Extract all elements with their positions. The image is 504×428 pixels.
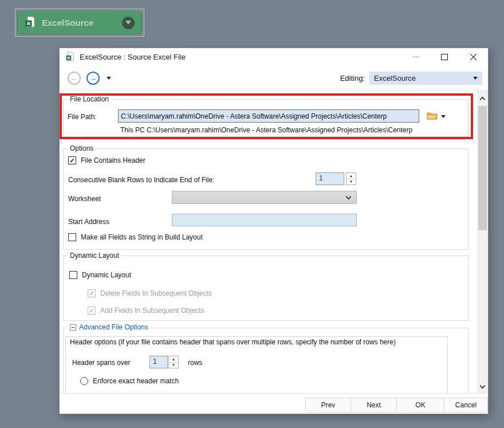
- checkbox-label: Dynamic Layout: [82, 271, 131, 279]
- radio-label: Enforce exact header match: [93, 377, 179, 385]
- chevron-down-icon: [480, 383, 486, 389]
- ok-button[interactable]: OK: [396, 398, 444, 413]
- file-location-group: File Location File Path: This PC C:\User…: [63, 99, 468, 137]
- group-title: Dynamic Layout: [68, 252, 121, 260]
- nav-dropdown-button[interactable]: [107, 77, 111, 80]
- make-fields-string-checkbox[interactable]: [68, 233, 76, 241]
- dialog-toolbar: ← → Editing: ExcelSource: [60, 66, 488, 91]
- blank-rows-spinner: 1 ▲ ▼: [316, 172, 356, 185]
- scroll-down-button[interactable]: [477, 381, 488, 392]
- file-path-label: File Path:: [68, 113, 97, 121]
- check-icon: ✓: [69, 158, 74, 164]
- worksheet-dropdown[interactable]: [172, 191, 357, 204]
- checkbox-label: Make all Fields as String in Build Layou…: [81, 233, 203, 241]
- node-expand-button[interactable]: [122, 17, 135, 29]
- start-address-label: Start Address: [68, 218, 109, 226]
- spinner-down-button[interactable]: ▼: [169, 363, 178, 368]
- dialog-title: ExcelSource : Source Excel File: [80, 53, 407, 61]
- close-icon: [470, 53, 477, 61]
- file-contains-header-row: ✓ File Contains Header: [68, 156, 145, 164]
- dialog-titlebar[interactable]: ExcelSource : Source Excel File: [60, 48, 488, 66]
- dialog-content: File Location File Path: This PC C:\User…: [60, 91, 488, 394]
- back-arrow-icon: ←: [70, 74, 78, 83]
- spinner-up-button[interactable]: ▲: [169, 356, 178, 363]
- blank-rows-value[interactable]: 1: [316, 172, 344, 185]
- chevron-down-icon: [346, 194, 352, 199]
- checkbox-label: File Contains Header: [81, 156, 145, 164]
- blank-rows-label: Consecutive Blank Rows to Indicate End o…: [68, 176, 214, 184]
- back-button[interactable]: ←: [68, 72, 81, 85]
- spinner-arrows: ▲ ▼: [346, 172, 356, 185]
- browse-file-button[interactable]: [424, 109, 448, 123]
- file-contains-header-checkbox[interactable]: ✓: [68, 156, 76, 164]
- header-spans-value[interactable]: 1: [149, 356, 168, 368]
- check-icon: ✓: [89, 290, 94, 297]
- excel-file-icon: [65, 52, 75, 63]
- forward-arrow-icon: →: [89, 74, 97, 83]
- cancel-button[interactable]: Cancel: [444, 398, 488, 413]
- make-fields-string-row: Make all Fields as String in Build Layou…: [68, 233, 203, 241]
- next-button[interactable]: Next: [351, 398, 397, 413]
- forward-button[interactable]: →: [86, 72, 100, 85]
- excel-file-icon: [25, 16, 36, 29]
- check-icon: ✓: [89, 308, 94, 314]
- chevron-down-icon: [441, 115, 446, 118]
- scrollbar-thumb[interactable]: [478, 106, 487, 230]
- spinner-up-button[interactable]: ▲: [346, 173, 356, 179]
- resolved-path-text: This PC C:\Users\maryam.rahim\OneDrive -…: [120, 126, 412, 134]
- folder-icon: [427, 111, 438, 121]
- header-options-group: Header options (if your file contains he…: [65, 336, 448, 394]
- chevron-down-icon: [125, 21, 131, 25]
- chevron-up-icon: [480, 96, 486, 102]
- editing-selector: Editing: ExcelSource: [340, 72, 482, 85]
- header-spans-spinner: 1 ▲ ▼: [149, 356, 179, 368]
- file-path-input[interactable]: [118, 109, 419, 123]
- minimize-icon: [412, 57, 419, 57]
- worksheet-label: Worksheet: [68, 195, 101, 203]
- add-fields-row: ✓ Add Fields In Subsequent Objects: [88, 307, 204, 315]
- advanced-section-link[interactable]: Advanced File Options: [79, 323, 148, 331]
- spinner-down-button[interactable]: ▼: [346, 179, 356, 185]
- group-title: Options: [68, 144, 96, 152]
- excel-source-dialog: ExcelSource : Source Excel File ← → Edit…: [59, 48, 489, 414]
- vertical-scrollbar[interactable]: [477, 91, 488, 394]
- excel-source-node-selection: ExcelSource: [15, 9, 144, 37]
- header-options-description: Header options (if your file contains he…: [70, 338, 419, 347]
- prev-button[interactable]: Prev: [305, 398, 351, 413]
- dynamic-layout-checkbox[interactable]: [69, 271, 77, 279]
- dynamic-layout-row: Dynamic Layout: [69, 271, 131, 279]
- checkbox-label: Delete Fields In Subsequent Objects: [100, 289, 212, 297]
- advanced-section-header: Advanced File Options: [67, 323, 151, 331]
- spinner-arrows: ▲ ▼: [168, 356, 179, 368]
- header-spans-label: Header spans over: [72, 359, 130, 367]
- maximize-button[interactable]: [440, 53, 449, 62]
- scroll-up-button[interactable]: [477, 92, 488, 104]
- collapse-icon[interactable]: [70, 324, 76, 331]
- dynamic-layout-group: Dynamic Layout Dynamic Layout ✓ Delete F…: [63, 256, 468, 321]
- options-group: Options ✓ File Contains Header Consecuti…: [63, 148, 468, 250]
- enforce-header-radio[interactable]: [80, 377, 88, 385]
- excel-source-node[interactable]: ExcelSource: [17, 11, 142, 34]
- dialog-buttonbar: Prev Next OK Cancel: [60, 393, 488, 414]
- enforce-header-row: Enforce exact header match: [80, 377, 179, 385]
- rows-suffix-label: rows: [188, 359, 202, 367]
- checkbox-label: Add Fields In Subsequent Objects: [100, 307, 204, 315]
- minimize-button[interactable]: [411, 53, 420, 62]
- advanced-file-options-group: Advanced File Options Header options (if…: [63, 328, 468, 394]
- add-fields-checkbox: ✓: [88, 307, 96, 315]
- group-title: File Location: [68, 95, 111, 103]
- chevron-down-icon: [473, 77, 478, 80]
- start-address-input[interactable]: [172, 214, 357, 226]
- delete-fields-checkbox: ✓: [88, 289, 96, 297]
- maximize-icon: [441, 54, 448, 60]
- editing-label: Editing:: [340, 74, 365, 83]
- delete-fields-row: ✓ Delete Fields In Subsequent Objects: [88, 289, 212, 297]
- editing-value: ExcelSource: [374, 74, 472, 83]
- close-button[interactable]: [468, 53, 478, 62]
- editing-dropdown[interactable]: ExcelSource: [369, 72, 482, 85]
- node-label: ExcelSource: [42, 18, 116, 28]
- window-controls: [411, 53, 478, 62]
